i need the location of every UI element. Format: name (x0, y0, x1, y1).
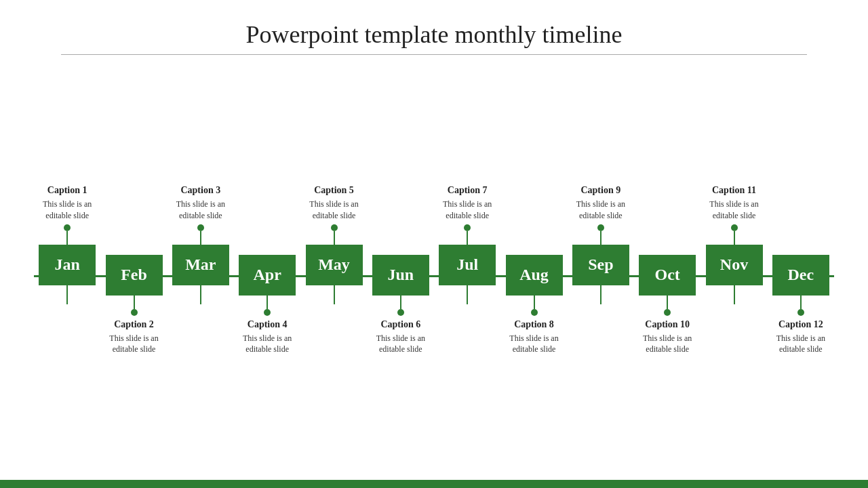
month-label-may: May (318, 256, 350, 274)
caption-label-1: Caption 1 (47, 184, 87, 197)
month-item-may: Caption 5This slide is an editable slide… (304, 146, 365, 304)
month-item-aug: AugCaption 8This slide is an editable sl… (504, 255, 565, 356)
dot-top-11 (731, 224, 738, 231)
month-box-jun: Jun (372, 255, 429, 296)
dot-bottom-8 (531, 309, 538, 316)
caption-text-11: This slide is an editable slide (709, 199, 758, 222)
month-item-feb: FebCaption 2This slide is an editable sl… (104, 255, 165, 356)
connector-bottom-9 (600, 285, 601, 304)
month-label-nov: Nov (720, 256, 748, 274)
connector-bottom-3 (200, 285, 201, 304)
dot-top-1 (64, 224, 71, 231)
caption-text-4: This slide is an editable slide (243, 333, 292, 356)
caption-label-12: Caption 12 (778, 319, 823, 331)
connector-bottom-11 (734, 285, 735, 304)
caption-label-10: Caption 10 (645, 319, 690, 331)
dot-bottom-12 (797, 309, 804, 316)
month-box-apr: Apr (239, 255, 296, 296)
dot-top-5 (331, 224, 338, 231)
month-box-jul: Jul (439, 245, 496, 285)
connector-bottom-7 (467, 285, 468, 304)
dot-top-7 (464, 224, 471, 231)
caption-text-12: This slide is an editable slide (776, 333, 825, 356)
caption-text-5: This slide is an editable slide (309, 199, 358, 222)
month-label-mar: Mar (185, 256, 216, 274)
caption-text-1: This slide is an editable slide (43, 199, 92, 222)
caption-label-6: Caption 6 (380, 319, 420, 331)
connector-top-7 (467, 231, 468, 245)
month-box-oct: Oct (639, 255, 696, 296)
month-item-apr: AprCaption 4This slide is an editable sl… (237, 255, 298, 356)
month-label-sep: Sep (588, 256, 613, 274)
month-item-mar: Caption 3This slide is an editable slide… (170, 146, 231, 304)
month-box-feb: Feb (106, 255, 163, 296)
caption-label-4: Caption 4 (248, 319, 288, 331)
month-box-jan: Jan (39, 245, 96, 285)
connector-bottom-8 (534, 296, 535, 309)
connector-top-5 (334, 231, 335, 245)
month-label-dec: Dec (788, 266, 814, 284)
month-label-feb: Feb (121, 266, 147, 284)
month-item-jul: Caption 7This slide is an editable slide… (437, 146, 498, 304)
month-label-jan: Jan (54, 256, 79, 274)
connector-bottom-10 (667, 296, 668, 309)
month-box-aug: Aug (506, 255, 563, 296)
month-label-aug: Aug (519, 266, 549, 284)
month-box-mar: Mar (172, 245, 229, 285)
dot-top-9 (597, 224, 604, 231)
dot-top-3 (197, 224, 204, 231)
month-item-jan: Caption 1This slide is an editable slide… (37, 146, 98, 304)
month-item-sep: Caption 9This slide is an editable slide… (570, 146, 631, 304)
month-item-dec: DecCaption 12This slide is an editable s… (770, 255, 831, 356)
month-label-jul: Jul (456, 256, 478, 274)
month-label-oct: Oct (655, 266, 680, 284)
month-box-sep: Sep (572, 245, 629, 285)
caption-text-6: This slide is an editable slide (376, 333, 425, 356)
caption-text-3: This slide is an editable slide (176, 199, 225, 222)
connector-bottom-1 (66, 285, 68, 304)
connector-top-3 (200, 231, 201, 245)
connector-bottom-5 (334, 285, 335, 304)
caption-text-10: This slide is an editable slide (643, 333, 692, 356)
connector-top-1 (66, 231, 68, 245)
caption-label-7: Caption 7 (448, 184, 488, 197)
title-divider (61, 54, 807, 55)
connector-top-11 (734, 231, 735, 245)
connector-bottom-4 (267, 296, 268, 309)
connector-bottom-2 (134, 296, 135, 309)
caption-label-8: Caption 8 (514, 319, 554, 331)
caption-text-9: This slide is an editable slide (576, 199, 625, 222)
caption-text-8: This slide is an editable slide (509, 333, 558, 356)
caption-label-9: Caption 9 (580, 184, 620, 197)
caption-text-2: This slide is an editable slide (109, 333, 158, 356)
timeline-area: Caption 1This slide is an editable slide… (34, 146, 834, 404)
month-item-oct: OctCaption 10This slide is an editable s… (637, 255, 698, 356)
dot-bottom-4 (264, 309, 271, 316)
caption-label-2: Caption 2 (114, 319, 154, 331)
connector-bottom-6 (400, 296, 401, 309)
connector-bottom-12 (800, 296, 802, 309)
month-box-may: May (306, 245, 363, 285)
month-box-dec: Dec (772, 255, 829, 296)
month-box-nov: Nov (706, 245, 763, 285)
dot-bottom-6 (397, 309, 404, 316)
caption-label-11: Caption 11 (712, 184, 756, 197)
bottom-bar (0, 480, 868, 488)
slide: Powerpoint template monthly timeline Cap… (0, 0, 868, 488)
slide-title: Powerpoint template monthly timeline (246, 20, 623, 49)
month-item-nov: Caption 11This slide is an editable slid… (704, 146, 765, 304)
caption-text-7: This slide is an editable slide (443, 199, 492, 222)
month-label-apr: Apr (253, 266, 281, 284)
caption-label-3: Caption 3 (180, 184, 220, 197)
dot-bottom-10 (664, 309, 671, 316)
connector-top-9 (600, 231, 601, 245)
caption-label-5: Caption 5 (314, 184, 354, 197)
month-item-jun: JunCaption 6This slide is an editable sl… (370, 255, 431, 356)
month-label-jun: Jun (387, 266, 414, 284)
dot-bottom-2 (131, 309, 138, 316)
timeline-container: Caption 1This slide is an editable slide… (27, 75, 841, 474)
